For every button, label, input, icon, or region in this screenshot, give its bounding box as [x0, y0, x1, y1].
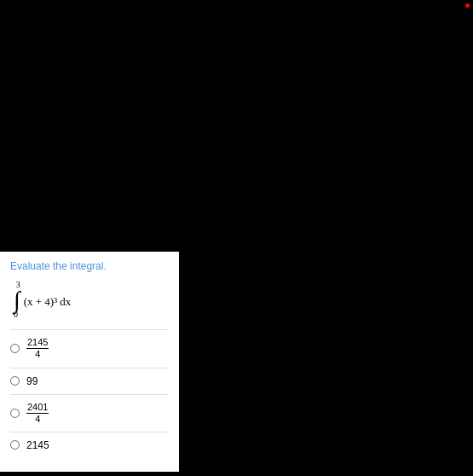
integral-body: (x + 4)³ dx	[24, 295, 72, 309]
option-c[interactable]: 2401 4	[10, 394, 169, 432]
fraction-c: 2401 4	[26, 402, 49, 425]
radio-a[interactable]	[10, 344, 20, 353]
radio-d[interactable]	[10, 440, 20, 450]
fraction-a-num: 2145	[26, 337, 49, 349]
option-a-label: 2145 4	[26, 337, 49, 360]
option-a[interactable]: 2145 4	[10, 329, 169, 367]
question-title: Evaluate the integral.	[10, 260, 169, 272]
integral-expression: 3 ∫ 0 (x + 4)³ dx	[10, 281, 169, 319]
option-c-label: 2401 4	[26, 402, 49, 425]
integral-lower-bound: 0	[14, 311, 18, 319]
options-container: 2145 4 99 2401 4 2145	[10, 329, 169, 458]
fraction-a-den: 4	[34, 349, 41, 360]
red-dot-indicator	[465, 3, 470, 8]
integral-sign: ∫	[14, 289, 20, 311]
option-b-label: 99	[26, 375, 37, 387]
fraction-c-den: 4	[34, 414, 41, 425]
option-d[interactable]: 2145	[10, 432, 169, 458]
radio-c[interactable]	[10, 409, 20, 418]
option-b[interactable]: 99	[10, 368, 169, 394]
option-d-label: 2145	[26, 439, 49, 451]
fraction-c-num: 2401	[26, 402, 49, 414]
radio-b[interactable]	[10, 376, 20, 386]
question-panel: Evaluate the integral. 3 ∫ 0 (x + 4)³ dx…	[0, 252, 179, 472]
fraction-a: 2145 4	[26, 337, 49, 360]
integral-symbol: 3 ∫ 0	[14, 281, 20, 319]
